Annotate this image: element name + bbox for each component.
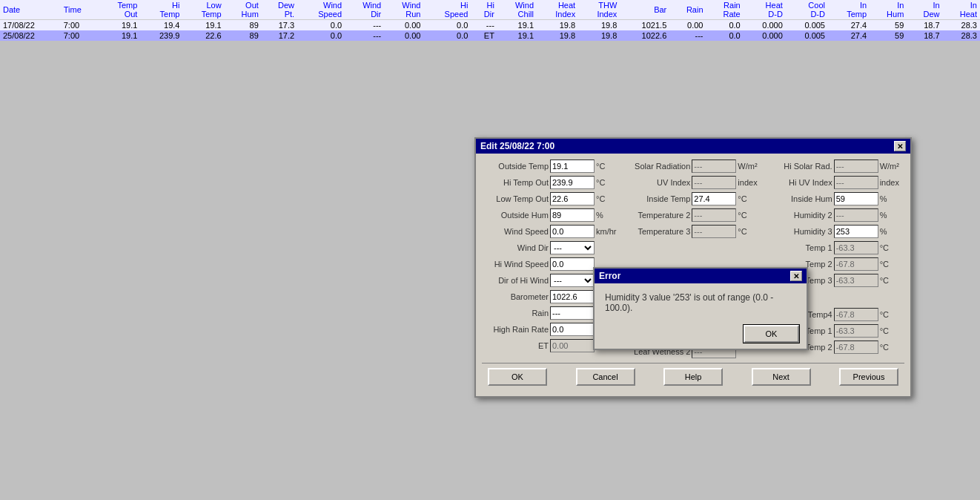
table-cell: 0.0 <box>706 30 744 41</box>
table-cell: 28.3 <box>943 20 980 31</box>
table-cell: 19.1 <box>182 20 224 31</box>
table-header-row: Date Time TempOut HiTemp LowTemp OutHum … <box>0 0 980 20</box>
col-header-in-dew: InDew <box>907 0 942 20</box>
col-header-out-hum: OutHum <box>225 0 262 20</box>
col-header-rain: Rain <box>669 0 706 20</box>
table-cell: 89 <box>225 30 262 41</box>
col-header-temp-out: TempOut <box>99 0 140 20</box>
col-header-heat-index: HeatIndex <box>537 0 578 20</box>
col-header-in-heat: InHeat <box>943 0 980 20</box>
table-cell: 0.0 <box>297 30 345 41</box>
table-cell: 7:00 <box>61 30 99 41</box>
table-cell: 0.005 <box>786 20 828 31</box>
table-cell: 17/08/22 <box>0 20 61 31</box>
table-cell: 27.4 <box>828 20 870 31</box>
table-cell: 7:00 <box>61 20 99 31</box>
table-cell: 19.8 <box>578 30 620 41</box>
table-cell: 1022.6 <box>620 30 669 41</box>
table-body: 17/08/227:0019.119.419.18917.30.0---0.00… <box>0 20 980 42</box>
table-cell: 19.8 <box>537 30 578 41</box>
table-cell: 19.1 <box>99 30 140 41</box>
col-header-heat-dd: HeatD-D <box>744 0 786 20</box>
table-cell: --- <box>345 20 384 31</box>
col-header-low-temp: LowTemp <box>182 0 224 20</box>
table-cell: 18.7 <box>907 20 942 31</box>
table-cell: 28.3 <box>943 30 980 41</box>
table-cell: 59 <box>870 20 907 31</box>
table-cell: 25/08/22 <box>0 30 61 41</box>
table-cell: 0.0 <box>423 30 471 41</box>
col-header-hi-speed: HiSpeed <box>423 0 471 20</box>
table-cell: 0.0 <box>423 20 471 31</box>
table-cell: 19.8 <box>578 20 620 31</box>
table-cell: 0.0 <box>297 20 345 31</box>
table-cell: 18.7 <box>907 30 942 41</box>
col-header-in-temp: InTemp <box>828 0 870 20</box>
table-cell: 0.0 <box>706 20 744 31</box>
table-cell: --- <box>471 20 497 31</box>
table-cell: 19.4 <box>140 20 182 31</box>
table-cell: 0.000 <box>744 20 786 31</box>
weather-table: Date Time TempOut HiTemp LowTemp OutHum … <box>0 0 980 41</box>
col-header-wind-chill: WindChill <box>497 0 537 20</box>
table-cell: 0.00 <box>669 20 706 31</box>
col-header-wind-speed: WindSpeed <box>297 0 345 20</box>
col-header-date: Date <box>0 0 61 20</box>
table-cell: 89 <box>225 20 262 31</box>
col-header-in-hum: InHum <box>870 0 907 20</box>
table-row[interactable]: 17/08/227:0019.119.419.18917.30.0---0.00… <box>0 20 980 31</box>
col-header-wind-run: WindRun <box>384 0 423 20</box>
table-cell: 17.3 <box>262 20 297 31</box>
table-cell: ET <box>471 30 497 41</box>
col-header-cool-dd: CoolD-D <box>786 0 828 20</box>
table-row[interactable]: 25/08/227:0019.1239.922.68917.20.0---0.0… <box>0 30 980 41</box>
col-header-hi-temp: HiTemp <box>140 0 182 20</box>
table-cell: 0.005 <box>786 30 828 41</box>
table-cell: 19.8 <box>537 20 578 31</box>
col-header-wind-dir: WindDir <box>345 0 384 20</box>
table-cell: --- <box>345 30 384 41</box>
col-header-rain-rate: RainRate <box>706 0 744 20</box>
table-cell: 0.00 <box>384 20 423 31</box>
table-cell: 59 <box>870 30 907 41</box>
table-cell: 0.00 <box>384 30 423 41</box>
table-cell: 19.1 <box>497 30 537 41</box>
col-header-dew-pt: DewPt. <box>262 0 297 20</box>
col-header-hi-dir: HiDir <box>471 0 497 20</box>
table-cell: 0.000 <box>744 30 786 41</box>
data-table-area: Date Time TempOut HiTemp LowTemp OutHum … <box>0 0 980 41</box>
table-cell: --- <box>669 30 706 41</box>
col-header-time: Time <box>61 0 99 20</box>
table-cell: 22.6 <box>182 30 224 41</box>
table-cell: 239.9 <box>140 30 182 41</box>
col-header-thw-index: THWIndex <box>578 0 620 20</box>
table-cell: 27.4 <box>828 30 870 41</box>
table-cell: 17.2 <box>262 30 297 41</box>
table-cell: 1021.5 <box>620 20 669 31</box>
table-cell: 19.1 <box>497 20 537 31</box>
col-header-bar: Bar <box>620 0 669 20</box>
table-cell: 19.1 <box>99 20 140 31</box>
